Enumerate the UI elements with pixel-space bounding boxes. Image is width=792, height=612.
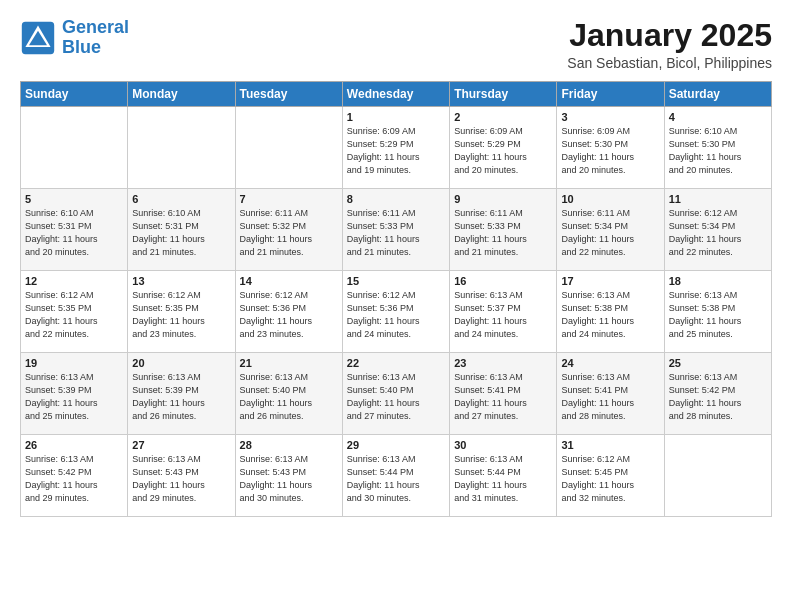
table-row: 31Sunrise: 6:12 AMSunset: 5:45 PMDayligh… — [557, 435, 664, 517]
logo-text: General Blue — [62, 18, 129, 58]
day-info: Sunrise: 6:12 AMSunset: 5:45 PMDaylight:… — [561, 453, 659, 505]
day-info: Sunrise: 6:13 AMSunset: 5:38 PMDaylight:… — [561, 289, 659, 341]
table-row: 1Sunrise: 6:09 AMSunset: 5:29 PMDaylight… — [342, 107, 449, 189]
col-friday: Friday — [557, 82, 664, 107]
day-number: 6 — [132, 193, 230, 205]
day-info: Sunrise: 6:09 AMSunset: 5:29 PMDaylight:… — [454, 125, 552, 177]
calendar-week-1: 5Sunrise: 6:10 AMSunset: 5:31 PMDaylight… — [21, 189, 772, 271]
day-info: Sunrise: 6:13 AMSunset: 5:40 PMDaylight:… — [347, 371, 445, 423]
day-info: Sunrise: 6:13 AMSunset: 5:37 PMDaylight:… — [454, 289, 552, 341]
table-row — [235, 107, 342, 189]
table-row: 29Sunrise: 6:13 AMSunset: 5:44 PMDayligh… — [342, 435, 449, 517]
col-sunday: Sunday — [21, 82, 128, 107]
day-info: Sunrise: 6:13 AMSunset: 5:39 PMDaylight:… — [132, 371, 230, 423]
day-info: Sunrise: 6:13 AMSunset: 5:40 PMDaylight:… — [240, 371, 338, 423]
day-info: Sunrise: 6:13 AMSunset: 5:44 PMDaylight:… — [454, 453, 552, 505]
calendar-week-3: 19Sunrise: 6:13 AMSunset: 5:39 PMDayligh… — [21, 353, 772, 435]
table-row: 17Sunrise: 6:13 AMSunset: 5:38 PMDayligh… — [557, 271, 664, 353]
calendar-week-4: 26Sunrise: 6:13 AMSunset: 5:42 PMDayligh… — [21, 435, 772, 517]
table-row: 11Sunrise: 6:12 AMSunset: 5:34 PMDayligh… — [664, 189, 771, 271]
col-tuesday: Tuesday — [235, 82, 342, 107]
logo-icon — [20, 20, 56, 56]
day-number: 7 — [240, 193, 338, 205]
day-info: Sunrise: 6:12 AMSunset: 5:35 PMDaylight:… — [132, 289, 230, 341]
day-number: 2 — [454, 111, 552, 123]
day-number: 12 — [25, 275, 123, 287]
day-number: 22 — [347, 357, 445, 369]
table-row: 12Sunrise: 6:12 AMSunset: 5:35 PMDayligh… — [21, 271, 128, 353]
day-info: Sunrise: 6:12 AMSunset: 5:34 PMDaylight:… — [669, 207, 767, 259]
table-row: 9Sunrise: 6:11 AMSunset: 5:33 PMDaylight… — [450, 189, 557, 271]
calendar-header: Sunday Monday Tuesday Wednesday Thursday… — [21, 82, 772, 107]
calendar-body: 1Sunrise: 6:09 AMSunset: 5:29 PMDaylight… — [21, 107, 772, 517]
header-row: Sunday Monday Tuesday Wednesday Thursday… — [21, 82, 772, 107]
table-row: 25Sunrise: 6:13 AMSunset: 5:42 PMDayligh… — [664, 353, 771, 435]
table-row: 6Sunrise: 6:10 AMSunset: 5:31 PMDaylight… — [128, 189, 235, 271]
day-info: Sunrise: 6:10 AMSunset: 5:31 PMDaylight:… — [25, 207, 123, 259]
day-number: 10 — [561, 193, 659, 205]
day-info: Sunrise: 6:11 AMSunset: 5:34 PMDaylight:… — [561, 207, 659, 259]
calendar-week-0: 1Sunrise: 6:09 AMSunset: 5:29 PMDaylight… — [21, 107, 772, 189]
day-number: 19 — [25, 357, 123, 369]
day-number: 30 — [454, 439, 552, 451]
day-info: Sunrise: 6:11 AMSunset: 5:33 PMDaylight:… — [454, 207, 552, 259]
page-header: General Blue January 2025 San Sebastian,… — [20, 18, 772, 71]
day-number: 20 — [132, 357, 230, 369]
logo-line1: General — [62, 17, 129, 37]
day-info: Sunrise: 6:10 AMSunset: 5:31 PMDaylight:… — [132, 207, 230, 259]
table-row: 14Sunrise: 6:12 AMSunset: 5:36 PMDayligh… — [235, 271, 342, 353]
month-title: January 2025 — [567, 18, 772, 53]
day-number: 4 — [669, 111, 767, 123]
day-number: 17 — [561, 275, 659, 287]
day-info: Sunrise: 6:10 AMSunset: 5:30 PMDaylight:… — [669, 125, 767, 177]
table-row: 15Sunrise: 6:12 AMSunset: 5:36 PMDayligh… — [342, 271, 449, 353]
table-row: 5Sunrise: 6:10 AMSunset: 5:31 PMDaylight… — [21, 189, 128, 271]
day-info: Sunrise: 6:09 AMSunset: 5:30 PMDaylight:… — [561, 125, 659, 177]
table-row: 19Sunrise: 6:13 AMSunset: 5:39 PMDayligh… — [21, 353, 128, 435]
table-row: 27Sunrise: 6:13 AMSunset: 5:43 PMDayligh… — [128, 435, 235, 517]
day-info: Sunrise: 6:13 AMSunset: 5:38 PMDaylight:… — [669, 289, 767, 341]
table-row: 23Sunrise: 6:13 AMSunset: 5:41 PMDayligh… — [450, 353, 557, 435]
day-number: 28 — [240, 439, 338, 451]
day-number: 29 — [347, 439, 445, 451]
day-info: Sunrise: 6:09 AMSunset: 5:29 PMDaylight:… — [347, 125, 445, 177]
day-number: 5 — [25, 193, 123, 205]
day-number: 9 — [454, 193, 552, 205]
col-monday: Monday — [128, 82, 235, 107]
table-row: 21Sunrise: 6:13 AMSunset: 5:40 PMDayligh… — [235, 353, 342, 435]
day-number: 16 — [454, 275, 552, 287]
calendar-week-2: 12Sunrise: 6:12 AMSunset: 5:35 PMDayligh… — [21, 271, 772, 353]
table-row — [128, 107, 235, 189]
table-row: 10Sunrise: 6:11 AMSunset: 5:34 PMDayligh… — [557, 189, 664, 271]
day-number: 27 — [132, 439, 230, 451]
table-row: 4Sunrise: 6:10 AMSunset: 5:30 PMDaylight… — [664, 107, 771, 189]
day-info: Sunrise: 6:13 AMSunset: 5:41 PMDaylight:… — [561, 371, 659, 423]
day-number: 15 — [347, 275, 445, 287]
logo: General Blue — [20, 18, 129, 58]
calendar-table: Sunday Monday Tuesday Wednesday Thursday… — [20, 81, 772, 517]
table-row — [664, 435, 771, 517]
table-row: 18Sunrise: 6:13 AMSunset: 5:38 PMDayligh… — [664, 271, 771, 353]
day-info: Sunrise: 6:11 AMSunset: 5:32 PMDaylight:… — [240, 207, 338, 259]
day-number: 14 — [240, 275, 338, 287]
table-row: 2Sunrise: 6:09 AMSunset: 5:29 PMDaylight… — [450, 107, 557, 189]
day-number: 1 — [347, 111, 445, 123]
day-info: Sunrise: 6:13 AMSunset: 5:42 PMDaylight:… — [25, 453, 123, 505]
page-container: General Blue January 2025 San Sebastian,… — [0, 0, 792, 527]
day-info: Sunrise: 6:13 AMSunset: 5:43 PMDaylight:… — [132, 453, 230, 505]
col-saturday: Saturday — [664, 82, 771, 107]
day-number: 13 — [132, 275, 230, 287]
day-info: Sunrise: 6:12 AMSunset: 5:35 PMDaylight:… — [25, 289, 123, 341]
day-number: 24 — [561, 357, 659, 369]
day-number: 21 — [240, 357, 338, 369]
day-number: 25 — [669, 357, 767, 369]
day-info: Sunrise: 6:12 AMSunset: 5:36 PMDaylight:… — [347, 289, 445, 341]
day-number: 8 — [347, 193, 445, 205]
day-number: 11 — [669, 193, 767, 205]
table-row: 24Sunrise: 6:13 AMSunset: 5:41 PMDayligh… — [557, 353, 664, 435]
col-wednesday: Wednesday — [342, 82, 449, 107]
day-info: Sunrise: 6:13 AMSunset: 5:44 PMDaylight:… — [347, 453, 445, 505]
day-info: Sunrise: 6:12 AMSunset: 5:36 PMDaylight:… — [240, 289, 338, 341]
day-number: 26 — [25, 439, 123, 451]
day-number: 23 — [454, 357, 552, 369]
